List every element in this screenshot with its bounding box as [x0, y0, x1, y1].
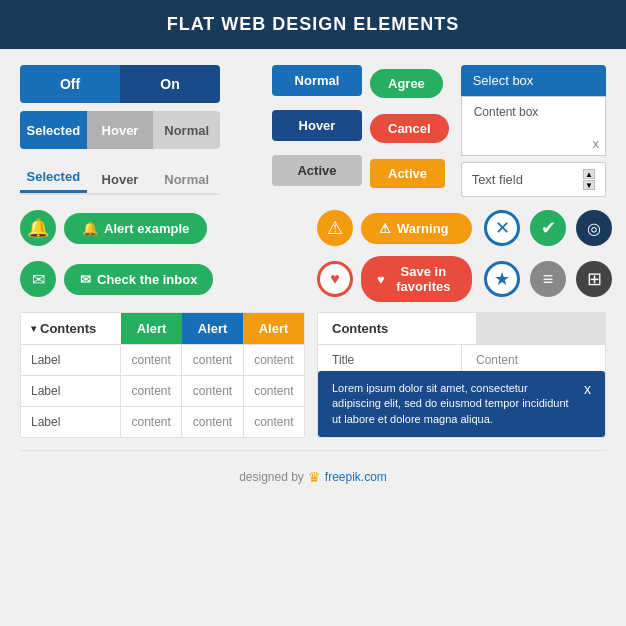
- th-alert-blue: Alert: [182, 313, 243, 344]
- td-cell: content: [182, 345, 243, 375]
- star-icon: ★: [494, 268, 510, 290]
- select-box-wrapper: Select box Content box x Text field ▲ ▼: [461, 65, 606, 197]
- icon-row-1: ✕ ✔ ◎: [484, 210, 612, 246]
- col-left-toggles: Off On Selected Hover Normal Selected Ho…: [20, 65, 260, 195]
- heart-circle-red[interactable]: ♥: [317, 261, 353, 297]
- toggle-off-button[interactable]: Off: [20, 65, 120, 103]
- tab-group-filled: Selected Hover Normal: [20, 111, 220, 149]
- row-2-alerts: 🔔 🔔 Alert example ⚠ ⚠ Warning: [20, 210, 606, 246]
- table-left: ▾ Contents Alert Alert Alert Label conte…: [20, 312, 305, 438]
- favorites-section: ♥ ♥ Save in favorites: [317, 256, 472, 302]
- tab-group-underline: Selected Hover Normal: [20, 157, 220, 195]
- table-row: Label content content content: [21, 375, 304, 406]
- td-cell: content: [121, 407, 182, 437]
- icon-row-2: ★ ≡ ⊞: [484, 261, 612, 297]
- close-icon: ✕: [495, 217, 510, 239]
- save-favorites-button[interactable]: ♥ Save in favorites: [361, 256, 472, 302]
- td-label: Label: [21, 407, 121, 437]
- toggle-group: Off On: [20, 65, 220, 103]
- td-label: Label: [21, 376, 121, 406]
- warning-icon-btn: ⚠: [379, 221, 391, 236]
- select-box-header: Select box: [461, 65, 606, 96]
- bell-circle-green[interactable]: 🔔: [20, 210, 56, 246]
- page-header: FLAT WEB DESIGN ELEMENTS: [0, 0, 626, 49]
- cancel-button[interactable]: Cancel: [370, 114, 449, 143]
- bell-icon: 🔔: [27, 217, 49, 239]
- tab-selected[interactable]: Selected: [20, 111, 87, 149]
- footer-text: designed by: [239, 470, 304, 484]
- tab-ul-normal[interactable]: Normal: [153, 172, 220, 193]
- select-close-icon[interactable]: x: [593, 136, 600, 151]
- th-right-empty: [476, 313, 606, 344]
- state-pair-1: Normal Agree: [272, 65, 449, 102]
- warning-btn-label: Warning: [397, 221, 449, 236]
- target-icon-circle[interactable]: ◎: [576, 210, 612, 246]
- th-alert-green: Alert: [121, 313, 182, 344]
- td-cell: content: [121, 376, 182, 406]
- warning-icon: ⚠: [327, 217, 343, 239]
- tab-normal[interactable]: Normal: [153, 111, 220, 149]
- active-badge-button[interactable]: Active: [370, 159, 445, 188]
- main-content: Off On Selected Hover Normal Selected Ho…: [0, 49, 626, 450]
- tab-ul-selected[interactable]: Selected: [20, 169, 87, 193]
- warning-button[interactable]: ⚠ Warning: [361, 213, 472, 244]
- table-left-header: ▾ Contents Alert Alert Alert: [21, 313, 304, 344]
- text-field-label: Text field: [472, 172, 523, 187]
- table-row: Label content content content: [21, 344, 304, 375]
- td-cell: content: [182, 376, 243, 406]
- target-icon: ◎: [587, 219, 601, 238]
- td-cell: content: [121, 345, 182, 375]
- bell-icon-btn: 🔔: [82, 221, 98, 236]
- state-normal-button[interactable]: Normal: [272, 65, 362, 96]
- check-inbox-button[interactable]: ✉ Check the inbox: [64, 264, 213, 295]
- email-circle-green[interactable]: ✉: [20, 261, 56, 297]
- tooltip-close-button[interactable]: x: [584, 381, 591, 397]
- grid-icon: ⊞: [587, 268, 602, 290]
- toggle-on-button[interactable]: On: [120, 65, 220, 103]
- warning-circle-orange[interactable]: ⚠: [317, 210, 353, 246]
- tab-ul-hover[interactable]: Hover: [87, 172, 154, 193]
- footer-link[interactable]: freepik.com: [325, 470, 387, 484]
- td-label: Label: [21, 345, 121, 375]
- check-icon-circle[interactable]: ✔: [530, 210, 566, 246]
- th-right-contents: Contents: [318, 313, 476, 344]
- inbox-section: ✉ ✉ Check the inbox: [20, 261, 305, 297]
- state-pair-2: Hover Cancel: [272, 110, 449, 147]
- favorites-btn-label: Save in favorites: [391, 264, 456, 294]
- email-icon: ✉: [32, 270, 45, 289]
- chevron-down-icon: ▾: [31, 323, 36, 334]
- row-1: Off On Selected Hover Normal Selected Ho…: [20, 65, 606, 200]
- th-contents: ▾ Contents: [21, 313, 121, 344]
- menu-icon-circle[interactable]: ≡: [530, 261, 566, 297]
- spinner[interactable]: ▲ ▼: [583, 169, 595, 190]
- td-cell: content: [244, 376, 304, 406]
- envelope-icon-btn: ✉: [80, 272, 91, 287]
- tab-hover[interactable]: Hover: [87, 111, 154, 149]
- check-icon: ✔: [541, 217, 556, 239]
- footer: designed by ♛ freepik.com: [0, 459, 626, 493]
- header-title: FLAT WEB DESIGN ELEMENTS: [167, 14, 460, 34]
- tooltip-box: Lorem ipsum dolor sit amet, consectetur …: [318, 371, 605, 437]
- select-content-label: Content box: [474, 105, 539, 119]
- grid-icon-circle[interactable]: ⊞: [576, 261, 612, 297]
- star-icon-circle[interactable]: ★: [484, 261, 520, 297]
- col-right-selectbox: Select box Content box x Text field ▲ ▼: [461, 65, 606, 197]
- td-cell: content: [182, 407, 243, 437]
- page-wrapper: FLAT WEB DESIGN ELEMENTS Off On Selected…: [0, 0, 626, 493]
- th-alert-orange: Alert: [243, 313, 304, 344]
- alert-btn-label: Alert example: [104, 221, 189, 236]
- spinner-up-button[interactable]: ▲: [583, 169, 595, 179]
- close-icon-circle[interactable]: ✕: [484, 210, 520, 246]
- crown-icon: ♛: [308, 469, 321, 485]
- separator: [20, 450, 606, 451]
- state-hover-button[interactable]: Hover: [272, 110, 362, 141]
- heart-icon-btn: ♥: [377, 272, 385, 287]
- alert-example-button[interactable]: 🔔 Alert example: [64, 213, 207, 244]
- spinner-down-button[interactable]: ▼: [583, 180, 595, 190]
- agree-button[interactable]: Agree: [370, 69, 443, 98]
- select-content-box[interactable]: Content box x: [461, 96, 606, 156]
- menu-icon: ≡: [543, 269, 554, 290]
- table-row: Label content content content: [21, 406, 304, 437]
- state-active-button[interactable]: Active: [272, 155, 362, 186]
- text-field-row[interactable]: Text field ▲ ▼: [461, 162, 606, 197]
